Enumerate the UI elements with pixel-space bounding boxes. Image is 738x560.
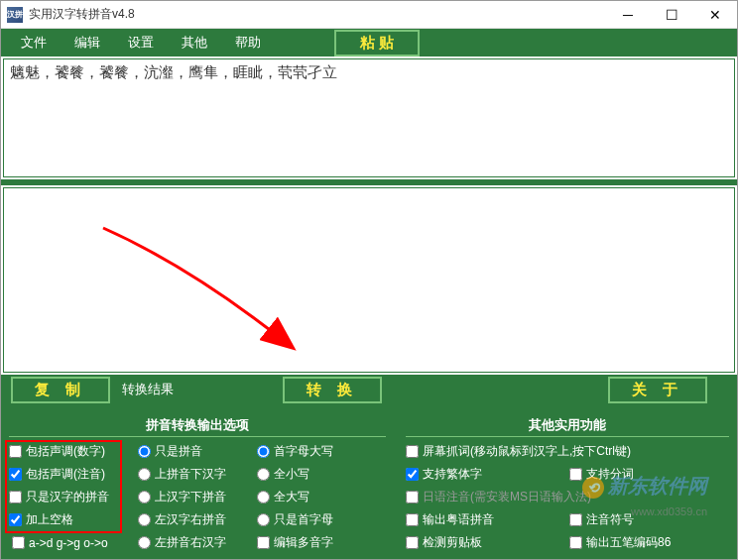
menu-file[interactable]: 文件: [7, 30, 61, 56]
checkbox-japanese[interactable]: 日语注音(需安装MS日语输入法): [406, 489, 729, 505]
pinyin-options-title: 拼音转换输出选项: [9, 416, 386, 434]
maximize-button[interactable]: ☐: [650, 1, 693, 29]
radio-all-lower[interactable]: 全小写: [257, 466, 366, 483]
checkbox-word-split[interactable]: 支持分词: [569, 466, 729, 483]
checkbox-adg[interactable]: a->d g->g o->o: [9, 534, 138, 551]
menu-other[interactable]: 其他: [168, 30, 221, 56]
menubar: 文件 编辑 设置 其他 帮助 粘 贴: [1, 29, 737, 56]
titlebar: 汉拼 实用汉字转拼音v4.8 ─ ☐ ✕: [1, 1, 737, 29]
about-button[interactable]: 关 于: [608, 377, 707, 403]
other-functions-group: 其他实用功能 屏幕抓词(移动鼠标到汉字上,按下Ctrl键) 支持繁体字 支持分词…: [406, 408, 729, 551]
minimize-button[interactable]: ─: [606, 1, 650, 29]
menu-help[interactable]: 帮助: [221, 30, 275, 56]
convert-button[interactable]: 转 换: [283, 377, 382, 403]
result-label: 转换结果: [122, 381, 174, 398]
checkbox-yueyu[interactable]: 输出粤语拼音: [406, 511, 565, 528]
checkbox-zhuyin-symbol[interactable]: 注音符号: [569, 511, 729, 528]
radio-left-pinyin[interactable]: 左拼音右汉字: [138, 534, 257, 551]
copy-button[interactable]: 复 制: [11, 377, 110, 403]
action-bar: 复 制 转换结果 转 换 关 于: [1, 375, 737, 404]
checkbox-screen-grab[interactable]: 屏幕抓词(移动鼠标到汉字上,按下Ctrl键): [406, 443, 729, 460]
menu-edit[interactable]: 编辑: [61, 30, 114, 56]
output-textarea[interactable]: [3, 187, 735, 373]
annotation-arrow: [93, 218, 311, 357]
checkbox-clipboard[interactable]: 检测剪贴板: [406, 534, 565, 551]
checkbox-traditional[interactable]: 支持繁体字: [406, 466, 565, 483]
checkbox-only-hanzi-pinyin[interactable]: 只是汉字的拼音: [9, 489, 138, 505]
radio-first-upper[interactable]: 首字母大写: [257, 443, 366, 460]
menu-settings[interactable]: 设置: [114, 30, 168, 56]
checkbox-wubi[interactable]: 输出五笔编码86: [569, 534, 729, 551]
radio-all-upper[interactable]: 全大写: [257, 489, 366, 505]
checkbox-edit-polyphonic[interactable]: 编辑多音字: [257, 534, 366, 551]
close-button[interactable]: ✕: [693, 1, 737, 29]
radio-pinyin-above[interactable]: 上拼音下汉字: [138, 466, 257, 483]
window-title: 实用汉字转拼音v4.8: [29, 6, 606, 23]
app-icon: 汉拼: [7, 7, 23, 23]
radio-hanzi-above[interactable]: 上汉字下拼音: [138, 489, 257, 505]
options-panel: 拼音转换输出选项 包括声调(数字) 只是拼音 首字母大写 包括声调(注音) 上拼…: [1, 404, 737, 559]
checkbox-add-space[interactable]: 加上空格: [9, 511, 138, 528]
pinyin-options-group: 拼音转换输出选项 包括声调(数字) 只是拼音 首字母大写 包括声调(注音) 上拼…: [9, 408, 386, 551]
checkbox-tone-number[interactable]: 包括声调(数字): [9, 443, 138, 460]
radio-only-first[interactable]: 只是首字母: [257, 511, 366, 528]
separator: [1, 179, 737, 185]
radio-only-pinyin[interactable]: 只是拼音: [138, 443, 257, 460]
checkbox-tone-zhuyin[interactable]: 包括声调(注音): [9, 466, 138, 483]
other-functions-title: 其他实用功能: [406, 416, 729, 434]
paste-button[interactable]: 粘 贴: [334, 30, 420, 56]
input-textarea[interactable]: 魑魅，饕餮，饕餮，沆瀣，鹰隼，睚眦，茕茕孑立: [3, 58, 735, 177]
radio-left-hanzi[interactable]: 左汉字右拼音: [138, 511, 257, 528]
